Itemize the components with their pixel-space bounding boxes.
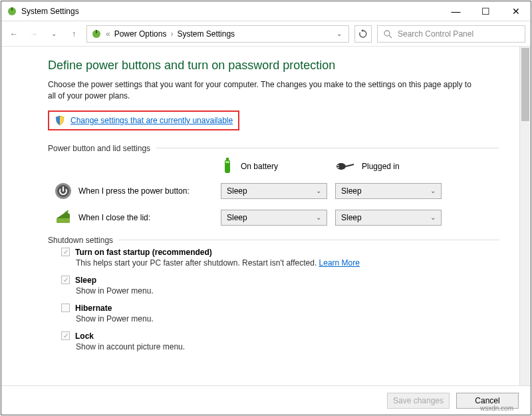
content: Define power buttons and turn on passwor… xyxy=(1,47,519,385)
svg-rect-15 xyxy=(57,218,70,223)
lock-checkbox[interactable] xyxy=(61,331,70,340)
column-headers: On battery Plugged in xyxy=(48,157,499,176)
lock-label: Lock xyxy=(75,331,94,341)
power-icon xyxy=(55,182,72,200)
lock-sub: Show in account picture menu. xyxy=(76,342,499,351)
breadcrumb[interactable]: « Power Options › System Settings ⌄ xyxy=(86,25,349,43)
content-area: Define power buttons and turn on passwor… xyxy=(1,47,531,385)
fast-startup-checkbox[interactable] xyxy=(61,248,70,256)
back-button[interactable]: ← xyxy=(7,27,21,41)
chevron-down-icon: ⌄ xyxy=(430,187,436,194)
search-input[interactable]: Search Control Panel xyxy=(377,25,525,43)
titlebar: System Settings — ☐ ✕ xyxy=(1,1,531,21)
hibernate-label: Hibernate xyxy=(75,304,112,313)
svg-rect-1 xyxy=(11,7,13,11)
divider xyxy=(118,240,499,240)
scrollbar-thumb[interactable] xyxy=(521,48,529,121)
power-button-row: When I press the power button: Sleep⌄ Sl… xyxy=(48,182,499,200)
learn-more-link[interactable]: Learn More xyxy=(319,258,360,268)
plugged-in-label: Plugged in xyxy=(362,162,400,171)
window-controls: — ☐ ✕ xyxy=(441,1,531,21)
close-button[interactable]: ✕ xyxy=(501,1,531,21)
svg-point-9 xyxy=(336,163,346,170)
hibernate-sub: Show in Power menu. xyxy=(76,314,499,323)
breadcrumb-system-settings[interactable]: System Settings xyxy=(177,29,235,39)
close-lid-battery-dropdown[interactable]: Sleep⌄ xyxy=(221,210,327,226)
power-button-battery-dropdown[interactable]: Sleep⌄ xyxy=(221,183,327,199)
on-battery-column: On battery xyxy=(221,157,335,176)
shutdown-section-title: Shutdown settings xyxy=(48,236,113,245)
change-settings-highlight: Change settings that are currently unava… xyxy=(48,110,239,130)
search-placeholder: Search Control Panel xyxy=(398,29,473,39)
breadcrumb-chevron[interactable]: ⌄ xyxy=(336,30,344,37)
fast-startup-label: Turn on fast startup (recommended) xyxy=(75,248,212,257)
window-title: System Settings xyxy=(21,7,79,16)
svg-line-5 xyxy=(389,35,392,38)
svg-line-10 xyxy=(346,164,354,166)
plugged-in-column: Plugged in xyxy=(335,160,450,172)
svg-point-4 xyxy=(384,31,390,36)
lock-option: Lock Show in account picture menu. xyxy=(61,331,499,351)
sleep-checkbox[interactable] xyxy=(61,276,70,284)
breadcrumb-sep: › xyxy=(170,29,173,39)
maximize-button[interactable]: ☐ xyxy=(471,1,501,21)
sleep-sub: Show in Power menu. xyxy=(76,286,499,296)
close-lid-plugged-dropdown[interactable]: Sleep⌄ xyxy=(335,210,442,226)
svg-rect-11 xyxy=(337,165,339,166)
search-icon xyxy=(383,29,392,39)
app-icon xyxy=(7,6,17,17)
chevron-down-icon: ⌄ xyxy=(316,187,321,194)
divider xyxy=(156,148,499,148)
shutdown-options-list: Turn on fast startup (recommended) This … xyxy=(61,248,499,351)
window-frame: System Settings — ☐ ✕ ← → ⌄ ↑ « Power Op… xyxy=(1,1,531,415)
sleep-label: Sleep xyxy=(75,276,96,285)
close-lid-row-label: When I close the lid: xyxy=(48,209,221,226)
power-button-row-label: When I press the power button: xyxy=(48,182,221,200)
watermark: wsxdn.com xyxy=(480,405,513,412)
lid-icon xyxy=(55,209,72,226)
page-heading: Define power buttons and turn on passwor… xyxy=(48,59,499,73)
sleep-option: Sleep Show in Power menu. xyxy=(61,276,499,296)
shutdown-section-header: Shutdown settings xyxy=(48,236,499,245)
chevron-down-icon: ⌄ xyxy=(430,214,436,221)
svg-rect-8 xyxy=(225,161,229,163)
fast-startup-sub: This helps start your PC faster after sh… xyxy=(76,258,499,268)
change-settings-link[interactable]: Change settings that are currently unava… xyxy=(70,116,233,125)
power-button-section-header: Power button and lid settings xyxy=(48,144,499,153)
minimize-button[interactable]: — xyxy=(441,1,471,21)
navbar: ← → ⌄ ↑ « Power Options › System Setting… xyxy=(1,21,531,47)
breadcrumb-sep: « xyxy=(106,29,110,39)
refresh-icon xyxy=(358,29,368,39)
on-battery-label: On battery xyxy=(241,162,278,171)
chevron-down-icon: ⌄ xyxy=(316,214,321,221)
svg-rect-3 xyxy=(96,30,97,33)
power-button-section-title: Power button and lid settings xyxy=(48,144,150,153)
svg-rect-12 xyxy=(337,167,339,168)
fast-startup-option: Turn on fast startup (recommended) This … xyxy=(61,248,499,268)
forward-button[interactable]: → xyxy=(27,27,41,41)
page-description: Choose the power settings that you want … xyxy=(48,79,473,103)
footer: Save changes Cancel xyxy=(1,385,531,415)
hibernate-checkbox[interactable] xyxy=(61,304,70,312)
up-button[interactable]: ↑ xyxy=(66,27,81,41)
hibernate-option: Hibernate Show in Power menu. xyxy=(61,304,499,323)
shield-icon xyxy=(55,115,65,126)
battery-icon xyxy=(221,157,234,176)
save-changes-button[interactable]: Save changes xyxy=(387,393,450,409)
svg-rect-7 xyxy=(226,158,229,160)
refresh-button[interactable] xyxy=(354,25,372,43)
breadcrumb-power-options[interactable]: Power Options xyxy=(114,29,167,39)
recent-dropdown[interactable]: ⌄ xyxy=(47,27,61,41)
plug-icon xyxy=(335,160,355,172)
power-button-plugged-dropdown[interactable]: Sleep⌄ xyxy=(335,183,442,199)
close-lid-row: When I close the lid: Sleep⌄ Sleep⌄ xyxy=(48,209,499,226)
breadcrumb-icon xyxy=(91,29,102,39)
vertical-scrollbar[interactable] xyxy=(519,47,531,385)
